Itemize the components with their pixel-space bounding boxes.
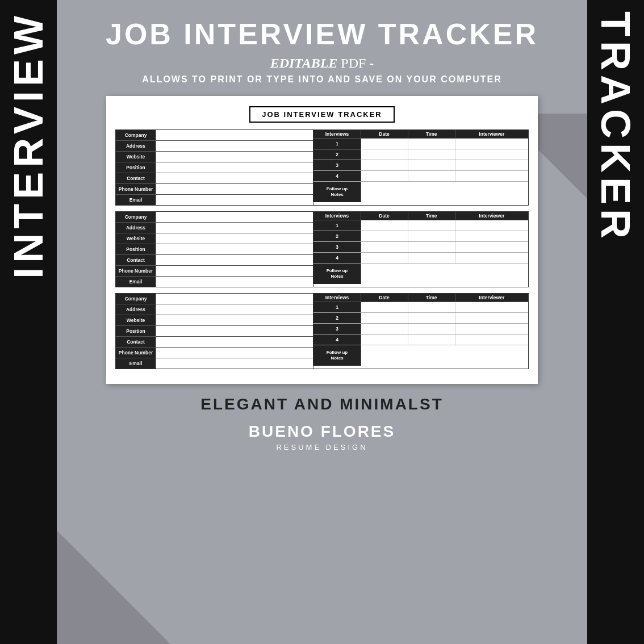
value-website-1[interactable] <box>156 152 313 162</box>
time-2-3[interactable] <box>408 242 455 252</box>
value-email-1[interactable] <box>156 195 313 205</box>
interviewer-3-1[interactable] <box>455 302 528 312</box>
value-address-3[interactable] <box>156 304 313 315</box>
date-1-1[interactable] <box>361 139 408 149</box>
label-email-2: Email <box>116 277 156 287</box>
value-phone-2[interactable] <box>156 266 313 276</box>
info-row-address-1: Address <box>116 141 313 152</box>
col-time-label-3: Time <box>408 294 455 302</box>
info-row-website-2: Website <box>116 233 313 244</box>
info-row-phone-3: Phone Number <box>116 348 313 358</box>
followup-value-3[interactable] <box>361 345 528 366</box>
interviewer-3-2[interactable] <box>455 313 528 323</box>
followup-row-2: Follow upNotes <box>313 264 528 284</box>
num-2-4: 4 <box>313 253 361 263</box>
value-company-3[interactable] <box>156 294 313 304</box>
label-company-1: Company <box>116 130 156 140</box>
num-2-1: 1 <box>313 220 361 231</box>
followup-value-1[interactable] <box>361 182 528 202</box>
value-website-2[interactable] <box>156 233 313 244</box>
col-time-label-1: Time <box>408 130 455 138</box>
info-row-company-2: Company <box>116 212 313 223</box>
date-2-2[interactable] <box>361 231 408 241</box>
date-2-4[interactable] <box>361 253 408 263</box>
brand-sub: RESUME DESIGN <box>200 443 444 451</box>
value-website-3[interactable] <box>156 315 313 325</box>
followup-value-2[interactable] <box>361 264 528 284</box>
value-position-3[interactable] <box>156 326 313 336</box>
interviewer-1-3[interactable] <box>455 160 528 170</box>
time-1-1[interactable] <box>408 139 455 149</box>
col-interviewer-label-1: Interviewer <box>455 130 528 138</box>
date-3-3[interactable] <box>361 324 408 334</box>
label-address-3: Address <box>116 304 156 315</box>
value-contact-2[interactable] <box>156 255 313 265</box>
subtitle-italic: EDITABLE <box>270 56 338 70</box>
num-2-2: 2 <box>313 231 361 241</box>
time-1-3[interactable] <box>408 160 455 170</box>
value-email-2[interactable] <box>156 277 313 287</box>
value-address-2[interactable] <box>156 223 313 233</box>
time-1-2[interactable] <box>408 149 455 160</box>
col-interviews-label-1: Interviews <box>313 130 361 138</box>
label-company-2: Company <box>116 212 156 222</box>
followup-row-1: Follow upNotes <box>313 182 528 202</box>
col-interviews-label-2: Interviews <box>313 212 361 220</box>
time-3-2[interactable] <box>408 313 455 323</box>
col-time-label-2: Time <box>408 212 455 220</box>
value-phone-1[interactable] <box>156 184 313 194</box>
date-3-4[interactable] <box>361 334 408 345</box>
date-3-1[interactable] <box>361 302 408 312</box>
interview-header-3: Interviews Date Time Interviewer <box>313 294 528 302</box>
time-2-2[interactable] <box>408 231 455 241</box>
time-3-1[interactable] <box>408 302 455 312</box>
label-position-2: Position <box>116 244 156 254</box>
date-1-2[interactable] <box>361 149 408 160</box>
num-1-2: 2 <box>313 149 361 160</box>
label-website-1: Website <box>116 152 156 162</box>
tracker-grid-1: Company Address Website Position <box>115 129 529 206</box>
date-3-2[interactable] <box>361 313 408 323</box>
value-email-3[interactable] <box>156 358 313 369</box>
time-3-4[interactable] <box>408 334 455 345</box>
value-address-1[interactable] <box>156 141 313 151</box>
date-1-4[interactable] <box>361 171 408 181</box>
interview-row-2-1: 1 <box>313 220 528 231</box>
value-contact-1[interactable] <box>156 173 313 183</box>
time-1-4[interactable] <box>408 171 455 181</box>
label-position-1: Position <box>116 162 156 173</box>
interviewer-1-1[interactable] <box>455 139 528 149</box>
value-position-1[interactable] <box>156 162 313 173</box>
value-company-2[interactable] <box>156 212 313 222</box>
date-2-3[interactable] <box>361 242 408 252</box>
interviewer-3-4[interactable] <box>455 334 528 345</box>
followup-label-3: Follow upNotes <box>313 345 361 366</box>
interviewer-2-1[interactable] <box>455 220 528 231</box>
value-company-1[interactable] <box>156 130 313 140</box>
info-row-phone-2: Phone Number <box>116 266 313 277</box>
pdf-title-wrap: JOB INTERVIEW TRACKER <box>115 106 529 129</box>
label-phone-2: Phone Number <box>116 266 156 276</box>
col-date-label-2: Date <box>361 212 408 220</box>
followup-label-2: Follow upNotes <box>313 264 361 284</box>
value-phone-3[interactable] <box>156 348 313 358</box>
interview-row-3-3: 3 <box>313 324 528 334</box>
interviewer-2-4[interactable] <box>455 253 528 263</box>
interviewer-2-3[interactable] <box>455 242 528 252</box>
interviewer-2-2[interactable] <box>455 231 528 241</box>
interviewer-3-3[interactable] <box>455 324 528 334</box>
date-2-1[interactable] <box>361 220 408 231</box>
interviewer-1-2[interactable] <box>455 149 528 160</box>
value-position-2[interactable] <box>156 244 313 254</box>
label-contact-3: Contact <box>116 337 156 347</box>
interviewer-1-4[interactable] <box>455 171 528 181</box>
subtitle-rest: PDF - <box>337 56 374 70</box>
time-2-1[interactable] <box>408 220 455 231</box>
date-1-3[interactable] <box>361 160 408 170</box>
value-contact-3[interactable] <box>156 337 313 347</box>
time-2-4[interactable] <box>408 253 455 263</box>
info-row-email-3: Email <box>116 358 313 369</box>
col-interviewer-label-2: Interviewer <box>455 212 528 220</box>
col-interviews-label-3: Interviews <box>313 294 361 302</box>
time-3-3[interactable] <box>408 324 455 334</box>
